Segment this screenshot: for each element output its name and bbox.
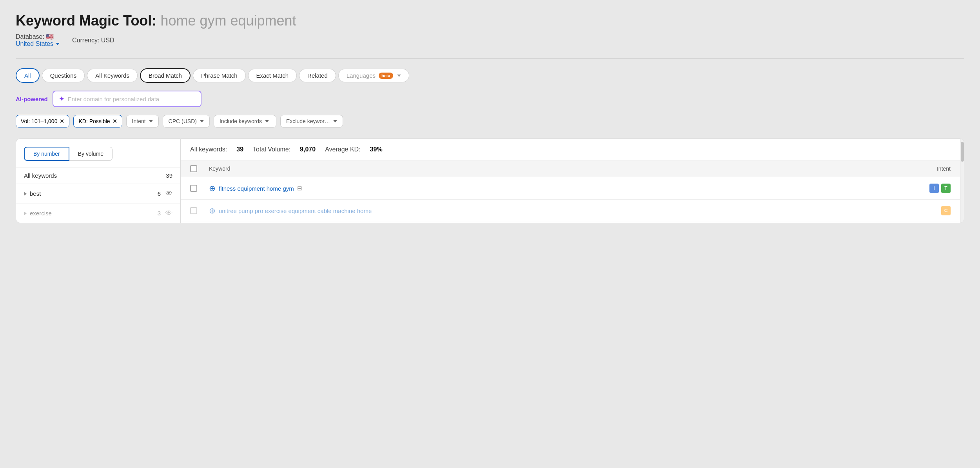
row2-keyword-col: ⊕ unitree pump pro exercise equipment ca…	[209, 206, 897, 215]
filters-row: Vol: 101–1,000 ✕ KD: Possible ✕ Intent C…	[16, 115, 964, 127]
currency-label: Currency: USD	[72, 37, 114, 44]
tab-exact-match[interactable]: Exact Match	[248, 69, 297, 82]
ai-input-wrapper[interactable]: ✦	[53, 91, 201, 107]
row1-intent-col: I T	[904, 184, 951, 193]
ai-powered-label: AI-powered	[16, 96, 48, 102]
list-item-exercise-right: 3 👁	[158, 209, 172, 217]
total-volume-label: Total Volume:	[253, 146, 290, 153]
avg-kd-value: 39%	[370, 146, 383, 153]
row1-keyword-col: ⊕ fitness equipment home gym ⊟	[209, 184, 897, 193]
table-header: Keyword Intent	[181, 160, 960, 177]
header-keyword-col: Keyword	[209, 166, 897, 172]
main-content: By number By volume All keywords 39 best…	[16, 138, 964, 223]
intent-badge-C: C	[941, 206, 951, 215]
include-chevron-icon	[265, 120, 269, 122]
database-row: Database: 🇺🇸 United States Currency: USD	[16, 33, 964, 47]
row1-keyword-link[interactable]: fitness equipment home gym	[219, 185, 294, 192]
table-row-2: ⊕ unitree pump pro exercise equipment ca…	[181, 200, 960, 222]
ai-domain-input[interactable]	[68, 96, 195, 102]
left-panel: By number By volume All keywords 39 best…	[16, 138, 180, 223]
cpc-filter-dropdown[interactable]: CPC (USD)	[163, 115, 210, 127]
header-intent-col: Intent	[904, 166, 951, 172]
tab-broad-match[interactable]: Broad Match	[140, 68, 191, 83]
list-item-best[interactable]: best 6 👁	[16, 184, 180, 203]
intent-badge-T: T	[941, 184, 951, 193]
title-prefix: Keyword Magic Tool:	[16, 13, 156, 29]
languages-label: Languages	[347, 72, 376, 79]
exclude-filter-dropdown[interactable]: Exclude keywor…	[280, 115, 343, 127]
by-toggle-row: By number By volume	[24, 147, 172, 161]
vol-filter-label: Vol: 101–1,000	[21, 118, 57, 124]
tab-phrase-match[interactable]: Phrase Match	[193, 69, 246, 82]
chevron-down-icon	[397, 75, 401, 77]
tab-all[interactable]: All	[16, 68, 40, 83]
list-item-exercise[interactable]: exercise 3 👁	[16, 203, 180, 223]
cpc-filter-label: CPC (USD)	[169, 118, 197, 124]
row2-keyword-link[interactable]: unitree pump pro exercise equipment cabl…	[219, 208, 372, 214]
tab-questions[interactable]: Questions	[42, 69, 85, 82]
database-label: Database: 🇺🇸 United States	[16, 33, 60, 47]
exclude-chevron-icon	[333, 120, 337, 122]
stats-bar: All keywords: 39 Total Volume: 9,070 Ave…	[181, 139, 960, 160]
row2-intent-col: C	[904, 206, 951, 215]
beta-badge: beta	[379, 73, 393, 79]
tab-related[interactable]: Related	[299, 69, 336, 82]
scroll-thumb[interactable]	[961, 142, 964, 162]
list-item-exercise-left: exercise	[24, 210, 52, 217]
row2-checkbox[interactable]	[190, 207, 197, 214]
all-keywords-label: All keywords	[24, 172, 57, 179]
scrollbar[interactable]	[960, 139, 964, 223]
row1-table-icon[interactable]: ⊟	[297, 185, 302, 192]
list-item-best-count: 6	[158, 190, 161, 197]
kd-filter-close[interactable]: ✕	[113, 118, 117, 124]
tabs-row: All Questions All Keywords Broad Match P…	[16, 68, 964, 83]
list-item-best-label: best	[30, 190, 41, 197]
sparkle-icon: ✦	[59, 95, 65, 103]
divider	[16, 58, 964, 59]
all-keywords-stats-count: 39	[236, 146, 243, 153]
include-filter-dropdown[interactable]: Include keywords	[214, 115, 276, 127]
right-panel-wrapper: All keywords: 39 Total Volume: 9,070 Ave…	[180, 138, 964, 223]
tab-all-keywords[interactable]: All Keywords	[87, 69, 138, 82]
row2-add-icon[interactable]: ⊕	[209, 206, 216, 215]
tab-languages[interactable]: Languages beta	[338, 69, 409, 82]
row1-checkbox-col	[190, 185, 203, 192]
cpc-chevron-icon	[200, 120, 204, 122]
chevron-down-icon	[56, 43, 60, 45]
all-keywords-count: 39	[166, 172, 172, 179]
exclude-filter-label: Exclude keywor…	[286, 118, 330, 124]
page-title: Keyword Magic Tool: home gym equipment	[16, 13, 964, 29]
list-item-exercise-label: exercise	[30, 210, 52, 217]
row1-add-icon[interactable]: ⊕	[209, 184, 216, 193]
header-checkbox-col	[190, 165, 203, 172]
intent-chevron-icon	[149, 120, 153, 122]
all-keywords-stats-label: All keywords:	[190, 146, 227, 153]
vol-filter-close[interactable]: ✕	[60, 118, 64, 124]
row2-checkbox-col	[190, 207, 203, 214]
header-checkbox[interactable]	[190, 165, 197, 172]
ai-input-row: AI-powered ✦	[16, 91, 964, 107]
kd-filter-chip[interactable]: KD: Possible ✕	[73, 115, 122, 127]
list-item-best-left: best	[24, 190, 41, 197]
by-volume-button[interactable]: By volume	[69, 147, 113, 161]
list-item-best-right: 6 👁	[158, 189, 172, 198]
row1-checkbox[interactable]	[190, 185, 197, 192]
right-panel: All keywords: 39 Total Volume: 9,070 Ave…	[181, 139, 960, 223]
intent-badge-I: I	[929, 184, 939, 193]
list-item-exercise-count: 3	[158, 210, 161, 217]
intent-filter-dropdown[interactable]: Intent	[126, 115, 159, 127]
intent-filter-label: Intent	[132, 118, 146, 124]
chevron-right-icon	[24, 192, 27, 196]
eye-icon-best[interactable]: 👁	[165, 189, 172, 198]
by-number-button[interactable]: By number	[24, 147, 69, 161]
eye-icon-exercise[interactable]: 👁	[165, 209, 172, 217]
flag-icon: 🇺🇸	[46, 33, 54, 40]
all-keywords-row: All keywords 39	[16, 167, 180, 184]
total-volume-value: 9,070	[300, 146, 316, 153]
include-filter-label: Include keywords	[220, 118, 262, 124]
chevron-right-icon-exercise	[24, 211, 27, 215]
database-link[interactable]: United States	[16, 40, 60, 47]
title-query: home gym equipment	[160, 13, 296, 29]
avg-kd-label: Average KD:	[325, 146, 360, 153]
vol-filter-chip[interactable]: Vol: 101–1,000 ✕	[16, 115, 69, 127]
